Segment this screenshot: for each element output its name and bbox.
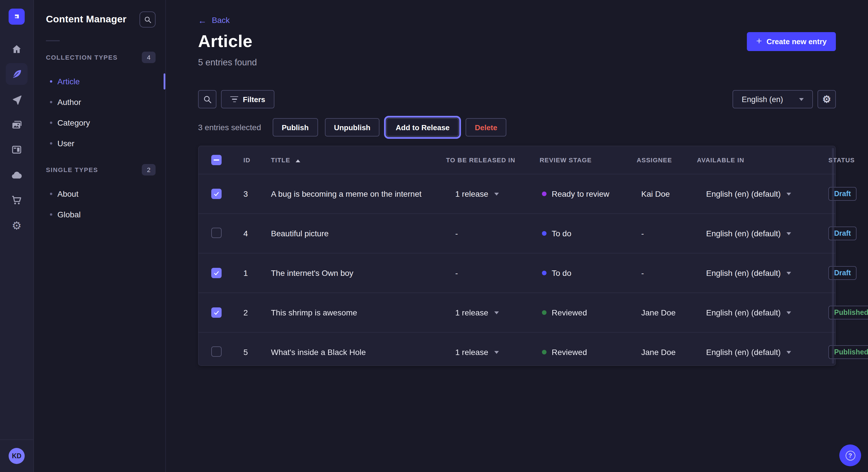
row-stage: Ready to review	[552, 189, 609, 198]
release-chevron-down-icon[interactable]	[494, 311, 499, 314]
column-header-available-in: AVAILABLE IN	[691, 146, 823, 174]
row-release: -	[455, 229, 458, 238]
filters-button[interactable]: Filters	[221, 90, 274, 108]
filter-icon	[230, 96, 238, 102]
create-new-entry-button[interactable]: + Create new entry	[747, 32, 836, 51]
sidebar-item-user[interactable]: User	[33, 133, 165, 154]
locale-chevron-down-icon[interactable]	[786, 272, 791, 274]
strapi-logo[interactable]	[9, 9, 25, 25]
back-link[interactable]: ← Back	[198, 15, 229, 25]
row-stage: To do	[552, 229, 571, 238]
row-id: 2	[243, 308, 248, 317]
row-checkbox[interactable]	[211, 307, 222, 318]
row-id: 4	[243, 229, 248, 238]
row-checkbox[interactable]	[211, 189, 222, 199]
stage-dot	[542, 350, 547, 355]
sidebar-item-author[interactable]: Author	[33, 92, 165, 112]
row-assignee: -	[641, 268, 644, 278]
add-to-release-button[interactable]: Add to Release	[386, 118, 459, 136]
release-chevron-down-icon[interactable]	[494, 351, 499, 353]
locale-chevron-down-icon[interactable]	[786, 232, 791, 235]
select-all-checkbox[interactable]	[211, 155, 222, 165]
sidebar-item-article[interactable]: Article	[33, 71, 165, 92]
table-header-row: ID TITLE TO BE RELEASED IN REVIEW STAGE …	[198, 146, 835, 174]
row-checkbox[interactable]	[211, 268, 222, 278]
row-title: What's inside a Black Hole	[271, 347, 366, 357]
row-title: Beautiful picture	[271, 229, 329, 238]
status-badge: Published	[828, 306, 868, 319]
marketplace-cart-icon[interactable]	[6, 189, 28, 211]
check-icon	[213, 191, 220, 197]
section-label-collection-types: COLLECTION TYPES	[46, 54, 118, 61]
table-row[interactable]: 1 The internet's Own boy - To do - Engli…	[198, 253, 835, 293]
row-release: 1 release	[455, 189, 488, 198]
locale-chevron-down-icon[interactable]	[786, 311, 791, 314]
table-row[interactable]: 5 What's inside a Black Hole 1 release R…	[198, 332, 835, 372]
releases-icon[interactable]	[6, 89, 28, 111]
row-title: A bug is becoming a meme on the internet	[271, 189, 422, 198]
delete-button[interactable]: Delete	[466, 118, 506, 136]
locale-select[interactable]: English (en)	[733, 90, 813, 108]
entries-count-subtitle: 5 entries found	[198, 57, 257, 68]
page-title: Article	[198, 32, 253, 51]
row-locale: English (en) (default)	[706, 308, 781, 317]
row-title: This shrimp is awesome	[271, 308, 357, 317]
column-header-title[interactable]: TITLE	[270, 146, 435, 174]
row-id: 5	[243, 347, 248, 357]
column-header-review-stage: REVIEW STAGE	[530, 146, 630, 174]
column-header-id: ID	[243, 146, 270, 174]
unpublish-button[interactable]: Unpublish	[324, 118, 379, 136]
back-arrow-icon: ←	[198, 16, 207, 24]
collection-types-count-badge: 4	[142, 52, 156, 63]
column-header-assignee: ASSIGNEE	[630, 146, 691, 174]
row-assignee: Jane Doe	[641, 308, 676, 317]
view-settings-button[interactable]: ⚙	[817, 90, 836, 108]
table-row[interactable]: 2 This shrimp is awesome 1 release Revie…	[198, 293, 835, 332]
row-stage: To do	[552, 268, 571, 278]
sidebar-item-global[interactable]: Global	[33, 204, 165, 225]
sidebar-item-about[interactable]: About	[33, 183, 165, 204]
chevron-down-icon	[799, 98, 804, 101]
release-chevron-down-icon[interactable]	[494, 193, 499, 195]
nav-rail: ⚙ KD	[0, 0, 34, 472]
row-release: 1 release	[455, 347, 488, 357]
row-release: 1 release	[455, 308, 488, 317]
user-avatar[interactable]: KD	[9, 448, 25, 464]
stage-dot	[542, 192, 547, 196]
row-locale: English (en) (default)	[706, 268, 781, 278]
locale-chevron-down-icon[interactable]	[786, 193, 791, 195]
publish-button[interactable]: Publish	[272, 118, 318, 136]
back-label: Back	[212, 15, 229, 25]
content-type-builder-icon[interactable]	[6, 139, 28, 161]
row-assignee: -	[641, 229, 644, 238]
search-button[interactable]	[198, 90, 216, 108]
table-scrollbar[interactable]	[832, 148, 834, 364]
table-row[interactable]: 3 A bug is becoming a meme on the intern…	[198, 174, 835, 214]
main-content: ← Back Article + Create new entry 5 entr…	[166, 0, 868, 472]
home-icon[interactable]	[6, 38, 28, 60]
row-title: The internet's Own boy	[271, 268, 353, 278]
help-button[interactable]: ?	[839, 444, 861, 466]
cloud-icon[interactable]	[6, 165, 28, 187]
row-locale: English (en) (default)	[706, 189, 781, 198]
sidebar-search-button[interactable]	[140, 11, 156, 28]
stage-dot	[542, 231, 547, 236]
stage-dot	[542, 310, 547, 315]
row-checkbox[interactable]	[211, 346, 222, 357]
content-manager-icon[interactable]	[6, 63, 28, 85]
row-assignee: Kai Doe	[641, 189, 670, 198]
search-icon	[203, 95, 212, 103]
sidebar-item-category[interactable]: Category	[33, 112, 165, 133]
row-id: 1	[243, 268, 248, 278]
settings-gear-icon[interactable]: ⚙	[6, 214, 28, 236]
table-row[interactable]: 4 Beautiful picture - To do - English (e…	[198, 214, 835, 253]
status-badge: Published	[828, 345, 868, 359]
table-body: 3 A bug is becoming a meme on the intern…	[198, 174, 835, 372]
rail-divider	[0, 439, 33, 440]
locale-chevron-down-icon[interactable]	[786, 351, 791, 353]
selection-count-text: 3 entries selected	[198, 123, 261, 132]
app-window: ⚙ KD Content Manager COLLECTION TYPES 4 …	[0, 0, 868, 472]
media-library-icon[interactable]	[6, 114, 28, 136]
search-icon	[144, 16, 151, 23]
row-checkbox[interactable]	[211, 227, 222, 238]
